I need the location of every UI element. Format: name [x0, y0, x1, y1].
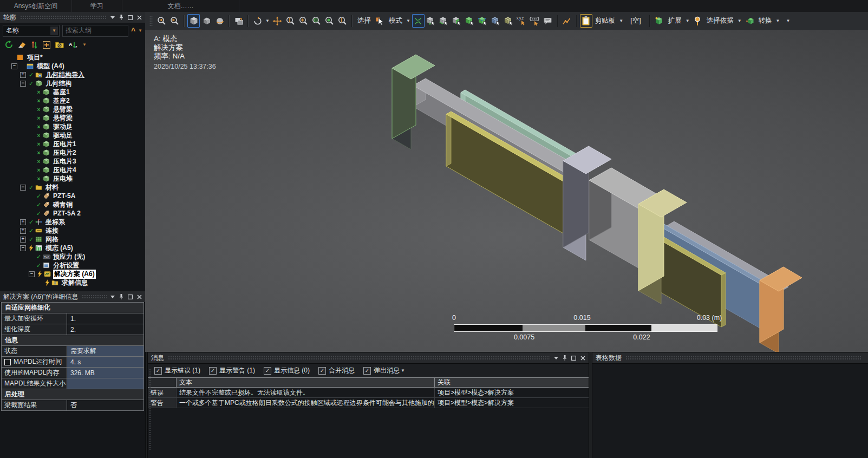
model-3d-render[interactable] — [145, 30, 868, 352]
checkbox[interactable] — [4, 359, 11, 365]
filter-type-select[interactable]: 名称 ▼ — [3, 25, 60, 37]
comment-icon[interactable] — [542, 14, 554, 28]
column-header-association[interactable]: 关联 — [435, 378, 589, 387]
details-row[interactable]: 最大加密循环1. — [2, 313, 143, 324]
message-filter-toggle[interactable]: ✓合并消息 — [318, 366, 355, 375]
mode-cursor-icon[interactable] — [374, 14, 386, 28]
box-zoom-icon[interactable] — [310, 14, 323, 28]
details-row-value[interactable]: 1. — [67, 313, 143, 324]
tree-item[interactable]: +✓几何结构导入 — [0, 70, 145, 79]
tree-item[interactable]: ×压电堆 — [0, 174, 145, 183]
convert-chevron-icon[interactable]: ▼ — [776, 18, 780, 23]
details-row-value[interactable]: 需要求解 — [67, 346, 143, 356]
rotate-icon[interactable] — [251, 14, 264, 28]
details-row-value[interactable]: 326. MB — [67, 368, 143, 378]
maximize-icon[interactable] — [128, 295, 133, 299]
convert-cube-icon[interactable] — [743, 14, 756, 28]
tree-item[interactable]: −解决方案 (A6) — [0, 270, 145, 278]
hit-point-coordinate-icon[interactable] — [529, 14, 541, 28]
message-row[interactable]: 警告一个或多个基于MPC或拉格朗日乘数公式的接触区域或远程边界条件可能会与其他施… — [148, 398, 589, 408]
tree-item[interactable]: ×基座1 — [0, 88, 145, 96]
tree-item[interactable]: ✓磷青铜 — [0, 200, 145, 209]
zoom-to-fit-icon[interactable] — [323, 14, 336, 28]
checkbox-checked-icon[interactable]: ✓ — [154, 367, 162, 375]
face-select-icon[interactable] — [451, 14, 464, 28]
tree-item[interactable]: −✓几何结构 — [0, 79, 145, 88]
details-row-value[interactable]: 否 — [67, 400, 143, 410]
pan-icon[interactable] — [271, 14, 284, 28]
pin-icon[interactable] — [563, 355, 567, 361]
sort-az-icon[interactable]: Az — [69, 41, 77, 49]
tab-documentation[interactable]: 文档…… — [122, 0, 239, 12]
tree-item[interactable]: ×基座2 — [0, 96, 145, 105]
mode-chevron-icon[interactable]: ▼ — [406, 18, 410, 23]
tree-item[interactable]: ×驱动足 — [0, 122, 145, 131]
extend-chevron-icon[interactable]: ▼ — [686, 18, 690, 23]
tree-item[interactable]: ×压电片1 — [0, 140, 145, 148]
zoom-in-icon[interactable] — [297, 14, 310, 28]
tree-expander-icon[interactable]: + — [20, 228, 26, 234]
mode-label[interactable]: 模式 — [389, 16, 402, 25]
tree-expander-icon[interactable]: − — [20, 81, 26, 87]
checkbox-checked-icon[interactable]: ✓ — [363, 367, 371, 375]
details-row-value[interactable] — [67, 378, 143, 389]
eraser-icon[interactable] — [18, 41, 26, 48]
tree-item[interactable]: ×压电片4 — [0, 166, 145, 174]
panel-menu-chevron-icon[interactable] — [110, 295, 115, 298]
sort-arrows-icon[interactable] — [31, 41, 38, 49]
toolbar-overflow-chevron-icon[interactable]: ▼ — [786, 18, 790, 23]
maximize-icon[interactable] — [571, 356, 576, 361]
message-row[interactable]: 错误结果文件不完整或已损坏。无法读取该文件。项目>模型>模态>解决方案 — [148, 388, 589, 398]
node-select-icon[interactable] — [477, 14, 490, 28]
tree-expander-icon[interactable]: − — [20, 245, 26, 251]
tree-item[interactable]: −模型 (A4) — [0, 62, 145, 70]
model-clamp-orange[interactable] — [760, 267, 802, 352]
viewport-layout-icon[interactable] — [232, 14, 245, 28]
refresh-icon[interactable] — [5, 41, 13, 49]
tree-item[interactable]: ×压电片2 — [0, 148, 145, 157]
details-row-value[interactable]: 2. — [67, 324, 143, 335]
filter-folder-icon[interactable] — [55, 41, 64, 48]
chart-icon[interactable] — [561, 14, 573, 28]
tree-expander-icon[interactable]: − — [29, 271, 35, 277]
extend-icon[interactable] — [653, 14, 665, 28]
select-by-pin-icon[interactable] — [691, 14, 704, 28]
tree-item[interactable]: ×悬臂梁 — [0, 105, 145, 114]
pin-icon[interactable] — [119, 294, 123, 299]
tab-learning[interactable]: 学习 — [72, 0, 122, 12]
panel-menu-chevron-icon[interactable] — [110, 16, 115, 19]
tree-item[interactable]: ✓T=0预应力 (无) — [0, 252, 145, 261]
filter-chevron-icon[interactable]: ▼ — [401, 368, 405, 373]
checkbox-checked-icon[interactable]: ✓ — [209, 367, 217, 375]
tree-item[interactable]: ✓PZT-5A — [0, 192, 145, 200]
xyz-pick-icon[interactable]: x,y,z — [516, 14, 528, 28]
look-at-view-icon[interactable] — [200, 14, 213, 28]
clipboard-label[interactable]: 剪贴板 — [595, 16, 616, 25]
pin-icon[interactable] — [119, 15, 123, 20]
message-filter-toggle[interactable]: ✓弹出消息▼ — [363, 366, 406, 375]
tree-item[interactable]: ✓分析设置 — [0, 261, 145, 270]
tree-expander-icon[interactable]: − — [11, 63, 17, 69]
zoom-extents-icon[interactable] — [336, 14, 349, 28]
checkbox-checked-icon[interactable]: ✓ — [264, 367, 271, 375]
tree-item[interactable]: ×压电片3 — [0, 157, 145, 166]
details-row[interactable]: 梁截面结果否 — [2, 400, 143, 411]
collapse-up-icon[interactable]: ^ — [131, 28, 135, 34]
body-select-icon[interactable] — [464, 14, 477, 28]
details-panel-header[interactable]: 解决方案 (A6)"的详细信息 — [0, 291, 145, 303]
isometric-view-icon[interactable] — [187, 14, 200, 28]
expand-all-icon[interactable] — [43, 41, 50, 49]
tree-expander-icon[interactable]: + — [20, 219, 26, 225]
tree-item[interactable]: −✓材料 — [0, 183, 145, 192]
clipboard-chevron-icon[interactable]: ▼ — [619, 18, 623, 23]
close-icon[interactable] — [137, 295, 142, 299]
clipboard-icon[interactable] — [580, 14, 592, 28]
details-row[interactable]: 状态需要求解 — [2, 346, 143, 357]
select-by-chevron-icon[interactable]: ▼ — [738, 18, 742, 23]
search-input[interactable]: 搜索大纲 — [62, 25, 128, 37]
tree-item[interactable]: ✓PZT-5A 2 — [0, 209, 145, 218]
tree-item[interactable]: ×悬臂梁 — [0, 114, 145, 122]
search-options-chevron-icon[interactable]: ▼ — [138, 28, 142, 33]
graphics-viewport[interactable]: A: 模态 解决方案 频率: N/A 2025/10/25 13:37:36 0… — [145, 30, 868, 352]
element-select-icon[interactable] — [503, 14, 515, 28]
